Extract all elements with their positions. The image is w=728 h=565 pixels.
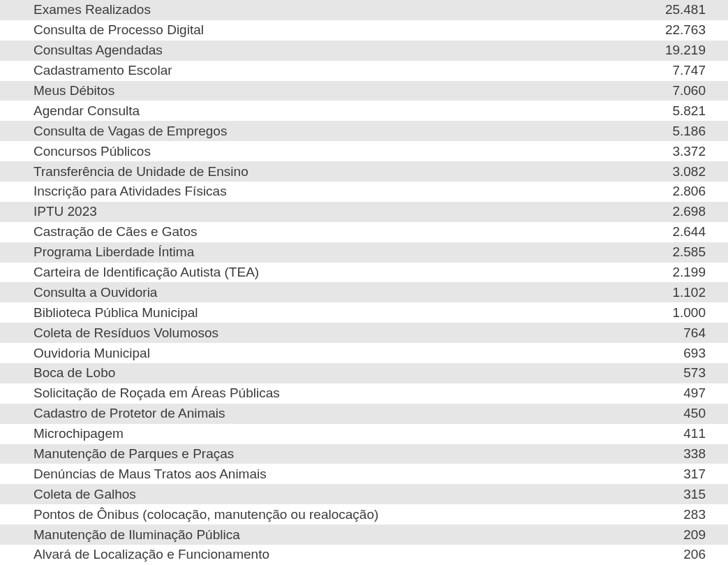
row-label: Consultas Agendadas <box>34 43 650 58</box>
row-label: Microchipagem <box>34 426 650 441</box>
row-label: Pontos de Ônibus (colocação, manutenção … <box>34 507 650 522</box>
row-label: Agendar Consulta <box>34 103 650 119</box>
row-label: Cadastramento Escolar <box>34 63 650 78</box>
row-label: Consulta a Ouvidoria <box>34 285 650 300</box>
table-row: Transferência de Unidade de Ensino3.082 <box>0 161 728 182</box>
row-value: 2.644 <box>650 224 706 240</box>
table-row: Solicitação de Roçada em Áreas Públicas4… <box>0 383 728 404</box>
row-label: Concursos Públicos <box>34 144 650 159</box>
table-row: Biblioteca Pública Municipal1.000 <box>0 302 728 323</box>
table-row: Carteira de Identificação Autista (TEA)2… <box>0 263 728 283</box>
table-row: Manutenção de Iluminação Pública209 <box>0 524 728 545</box>
row-label: Cadastro de Protetor de Animais <box>34 406 650 421</box>
table-row: Castração de Cães e Gatos2.644 <box>0 222 728 242</box>
row-label: Coleta de Galhos <box>34 487 650 502</box>
row-value: 2.806 <box>650 184 706 199</box>
row-label: Inscrição para Atividades Físicas <box>34 184 650 199</box>
table-row: Ouvidoria Municipal693 <box>0 343 728 363</box>
row-label: Carteira de Identificação Autista (TEA) <box>34 265 650 280</box>
table-row: Consulta de Processo Digital22.763 <box>0 20 728 41</box>
row-value: 693 <box>650 346 706 361</box>
row-label: Exames Realizados <box>34 2 650 17</box>
row-label: Biblioteca Pública Municipal <box>34 305 650 321</box>
row-value: 22.763 <box>650 22 706 38</box>
row-value: 5.821 <box>650 103 706 119</box>
table-row: Consulta a Ouvidoria1.102 <box>0 282 728 302</box>
table-row: Inscrição para Atividades Físicas2.806 <box>0 182 728 202</box>
row-label: Consulta de Processo Digital <box>34 22 650 38</box>
row-value: 3.082 <box>650 164 706 179</box>
row-value: 764 <box>650 325 706 341</box>
table-row: Concursos Públicos3.372 <box>0 141 728 161</box>
row-value: 206 <box>650 547 706 562</box>
table-row: Coleta de Resíduos Volumosos764 <box>0 323 728 343</box>
row-label: Alvará de Localização e Funcionamento <box>34 547 650 562</box>
row-value: 3.372 <box>650 144 706 159</box>
row-value: 411 <box>650 426 706 441</box>
data-table: Exames Realizados25.481Consulta de Proce… <box>0 0 728 565</box>
row-label: Boca de Lobo <box>34 365 650 381</box>
table-row: IPTU 20232.698 <box>0 202 728 222</box>
table-row: Boca de Lobo573 <box>0 363 728 383</box>
table-row: Cadastro de Protetor de Animais450 <box>0 404 728 424</box>
table-row: Consultas Agendadas19.219 <box>0 41 728 61</box>
row-label: Consulta de Vagas de Empregos <box>34 124 650 139</box>
row-value: 2.698 <box>650 204 706 219</box>
row-label: Castração de Cães e Gatos <box>34 224 650 240</box>
row-value: 283 <box>650 507 706 522</box>
row-label: Manutenção de Parques e Praças <box>34 446 650 462</box>
row-value: 450 <box>650 406 706 421</box>
row-value: 2.199 <box>650 265 706 280</box>
table-row: Manutenção de Parques e Praças338 <box>0 444 728 464</box>
table-row: Denúncias de Maus Tratos aos Animais317 <box>0 464 728 484</box>
table-row: Alvará de Localização e Funcionamento206 <box>0 545 728 565</box>
row-value: 315 <box>650 487 706 502</box>
table-row: Microchipagem411 <box>0 424 728 444</box>
table-row: Agendar Consulta5.821 <box>0 101 728 121</box>
table-row: Coleta de Galhos315 <box>0 484 728 504</box>
table-row: Consulta de Vagas de Empregos5.186 <box>0 121 728 141</box>
row-value: 7.060 <box>650 83 706 98</box>
row-label: Manutenção de Iluminação Pública <box>34 527 650 543</box>
row-value: 2.585 <box>650 244 706 260</box>
table-row: Cadastramento Escolar7.747 <box>0 61 728 81</box>
row-value: 1.000 <box>650 305 706 321</box>
row-value: 573 <box>650 365 706 381</box>
row-value: 209 <box>650 527 706 543</box>
row-label: Transferência de Unidade de Ensino <box>34 164 650 179</box>
table-row: Pontos de Ônibus (colocação, manutenção … <box>0 504 728 524</box>
row-value: 19.219 <box>650 43 706 58</box>
row-label: Ouvidoria Municipal <box>34 346 650 361</box>
row-label: Solicitação de Roçada em Áreas Públicas <box>34 386 650 401</box>
row-value: 7.747 <box>650 63 706 78</box>
row-label: Meus Débitos <box>34 83 650 98</box>
row-value: 1.102 <box>650 285 706 300</box>
row-label: Denúncias de Maus Tratos aos Animais <box>34 467 650 482</box>
table-row: Programa Liberdade Íntima2.585 <box>0 242 728 263</box>
row-label: Coleta de Resíduos Volumosos <box>34 325 650 341</box>
table-row: Exames Realizados25.481 <box>0 0 728 20</box>
row-label: IPTU 2023 <box>34 204 650 219</box>
table-row: Meus Débitos7.060 <box>0 81 728 101</box>
row-label: Programa Liberdade Íntima <box>34 244 650 260</box>
row-value: 25.481 <box>650 2 706 17</box>
row-value: 338 <box>650 446 706 462</box>
row-value: 317 <box>650 467 706 482</box>
row-value: 5.186 <box>650 124 706 139</box>
row-value: 497 <box>650 386 706 401</box>
